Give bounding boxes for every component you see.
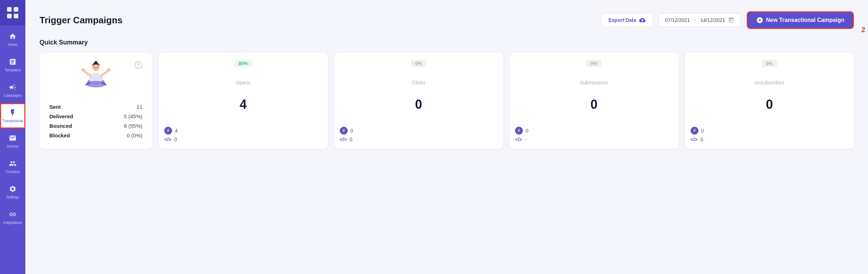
upload-icon	[639, 17, 646, 23]
date-range-picker[interactable]: 07/12/2021 → 14/12/2021	[659, 13, 741, 27]
submissions-label: Submissions	[580, 80, 608, 85]
clicks-label: Clicks	[412, 80, 425, 85]
export-data-button[interactable]: Export Data	[601, 13, 653, 27]
submissions-footer: ⚡ 0 </> -	[515, 127, 673, 142]
clicks-bolt-value: 0	[350, 128, 353, 133]
clicks-code-icon: </>	[340, 137, 347, 142]
step-2-label: 2	[861, 26, 865, 34]
integrations-icon	[9, 210, 17, 219]
clicks-bolt-icon: ⚡	[340, 127, 348, 135]
new-campaign-label: New Transactional Campaign	[766, 17, 844, 23]
svg-rect-2	[7, 14, 12, 18]
opens-bolt-value: 4	[175, 128, 178, 133]
blocked-value: 0 (0%)	[127, 132, 142, 138]
sidebar-item-label-templates: Templates	[5, 68, 21, 72]
new-transactional-campaign-button[interactable]: New Transactional Campaign	[747, 11, 854, 29]
opens-value: 4	[240, 97, 247, 112]
sidebar-item-home[interactable]: Home	[0, 27, 25, 52]
date-start: 07/12/2021	[665, 17, 690, 23]
sidebar-item-journey[interactable]: Journey	[0, 129, 25, 154]
plus-circle-icon	[756, 17, 763, 24]
main-content: Trigger Campaigns Export Data 07/12/2021…	[25, 0, 868, 274]
unsubscribes-bolt-icon: ⚡	[691, 127, 698, 135]
sidebar-logo[interactable]	[0, 0, 25, 25]
svg-point-11	[108, 69, 110, 71]
opens-bolt-row: ⚡ 4	[164, 127, 322, 135]
sent-label: Sent	[49, 104, 61, 110]
unsubscribes-bolt-value: 0	[701, 128, 704, 133]
megaphone-icon	[9, 83, 17, 92]
sidebar-item-label-settings: Settings	[6, 195, 19, 199]
sidebar-item-label-integrations: Integrations	[4, 221, 22, 225]
sent-value: 11	[136, 104, 142, 110]
submissions-code-icon: </>	[515, 137, 522, 142]
card-illustration: ?	[49, 61, 142, 96]
unsubscribes-code-value: 0	[701, 137, 703, 142]
page-header: Trigger Campaigns Export Data 07/12/2021…	[39, 11, 854, 29]
clicks-bolt-row: ⚡ 0	[340, 127, 498, 135]
sidebar-item-integrations[interactable]: Integrations	[0, 205, 25, 230]
main-stats-card: ? Sent 11 Delivered 5 (45%) Bounced 6 (5…	[39, 53, 152, 149]
opens-badge: 80%	[234, 60, 252, 67]
journey-icon	[9, 134, 17, 143]
sidebar-item-label-journey: Journey	[6, 144, 19, 148]
clicks-footer: ⚡ 0 </> 0	[340, 127, 498, 142]
svg-point-13	[97, 67, 98, 68]
clicks-badge: 0%	[411, 60, 426, 67]
export-label: Export Data	[609, 17, 636, 23]
new-campaign-wrapper: New Transactional Campaign 2	[747, 11, 854, 29]
svg-rect-0	[7, 7, 12, 12]
opens-label: Opens	[236, 80, 250, 85]
clicks-code-value: 0	[350, 137, 353, 142]
opens-code-value: 0	[174, 137, 177, 142]
opens-code-icon: </>	[164, 137, 171, 142]
stat-row-sent: Sent 11	[49, 102, 142, 112]
metric-card-unsubscribes: 0% Unsubscribes 0 ⚡ 0 </> 0	[685, 53, 854, 149]
submissions-bolt-value: 0	[526, 128, 528, 133]
step-1-label: 1	[0, 123, 0, 131]
sidebar-item-contacts[interactable]: Contacts	[0, 154, 25, 179]
opens-footer: ⚡ 4 </> 0	[164, 127, 322, 142]
submissions-code-value: -	[525, 137, 527, 142]
blocked-label: Blocked	[49, 132, 70, 138]
date-arrow: →	[693, 17, 698, 23]
sidebar: Home Templates Campaigns Transactional 1…	[0, 0, 25, 274]
delivered-label: Delivered	[49, 113, 73, 119]
submissions-badge: 0%	[586, 60, 601, 67]
submissions-code-row: </> -	[515, 137, 673, 142]
home-icon	[9, 32, 17, 41]
unsubscribes-footer: ⚡ 0 </> 0	[691, 127, 849, 142]
sidebar-item-label-home: Home	[8, 43, 18, 47]
submissions-bolt-icon: ⚡	[515, 127, 523, 135]
sidebar-item-campaigns[interactable]: Campaigns	[0, 78, 25, 103]
unsubscribes-badge: 0%	[762, 60, 777, 67]
svg-point-12	[94, 67, 95, 68]
clicks-value: 0	[415, 97, 422, 112]
stat-row-blocked: Blocked 0 (0%)	[49, 131, 142, 140]
sidebar-item-settings[interactable]: Settings	[0, 179, 25, 205]
submissions-value: 0	[591, 97, 598, 112]
sidebar-item-templates[interactable]: Templates	[0, 52, 25, 78]
help-icon[interactable]: ?	[135, 61, 142, 69]
bounced-value: 6 (55%)	[124, 123, 142, 129]
metric-card-opens: 80% Opens 4 ⚡ 4 </> 0	[159, 53, 328, 149]
summary-grid: ? Sent 11 Delivered 5 (45%) Bounced 6 (5…	[39, 53, 854, 149]
bolt-icon	[9, 109, 17, 117]
sidebar-item-label-campaigns: Campaigns	[4, 94, 22, 97]
sidebar-item-label-transactional: Transactional	[2, 119, 23, 123]
unsubscribes-bolt-row: ⚡ 0	[691, 127, 849, 135]
svg-point-5	[94, 61, 97, 64]
delivered-value: 5 (45%)	[124, 113, 142, 119]
svg-rect-1	[14, 7, 18, 12]
settings-icon	[9, 185, 17, 193]
sidebar-item-label-contacts: Contacts	[6, 170, 19, 174]
unsubscribes-code-icon: </>	[691, 137, 698, 142]
calendar-icon	[728, 17, 734, 23]
svg-rect-3	[14, 14, 18, 18]
submissions-bolt-row: ⚡ 0	[515, 127, 673, 135]
metric-card-clicks: 0% Clicks 0 ⚡ 0 </> 0	[334, 53, 503, 149]
bounced-label: Bounced	[49, 123, 72, 129]
sidebar-item-transactional[interactable]: Transactional 1	[0, 103, 25, 129]
unsubscribes-value: 0	[766, 97, 773, 112]
clicks-code-row: </> 0	[340, 137, 498, 142]
